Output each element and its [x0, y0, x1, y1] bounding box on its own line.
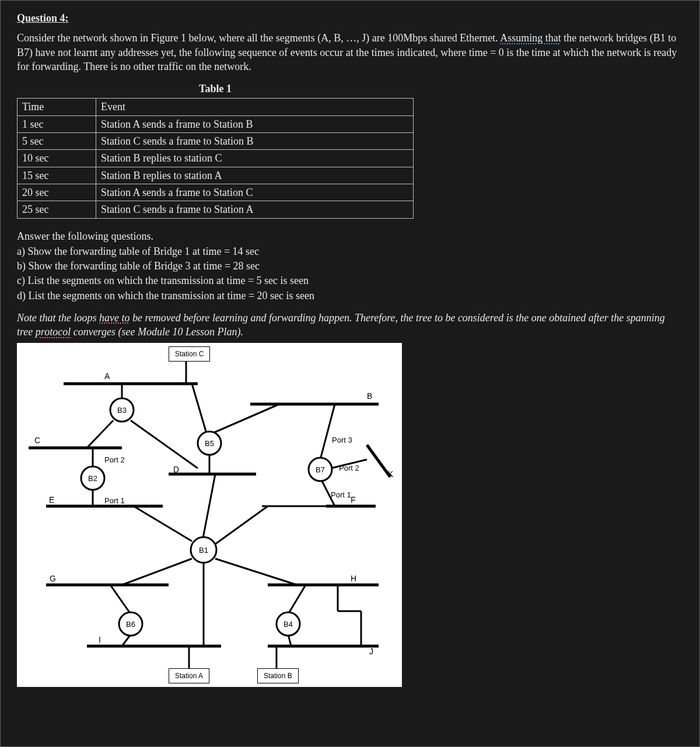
question-title: Question 4: [17, 11, 683, 25]
th-time: Time [18, 99, 96, 115]
note-have: have to [99, 312, 130, 324]
cell-event: Station A sends a frame to Station B [96, 115, 414, 132]
b1-label: B1 [199, 545, 208, 556]
svg-line-20 [134, 506, 192, 541]
b4-label: B4 [284, 619, 293, 630]
table-row: 5 secStation C sends a frame to Station … [18, 133, 414, 150]
cell-event: Station B replies to station A [96, 167, 414, 184]
seg-d: D [173, 464, 179, 475]
b5-label: B5 [205, 439, 214, 449]
table-row: 25 secStation C sends a frame to Station… [18, 201, 414, 218]
part-a: a) Show the forwarding table of Bridge 1… [17, 244, 683, 258]
station-c-box: Station C [169, 346, 210, 362]
cell-time: 20 sec [18, 184, 96, 201]
seg-k: K [388, 469, 393, 480]
seg-c: C [34, 435, 40, 446]
cell-event: Station B replies to station C [96, 150, 414, 167]
intro-text-1: Consider the network shown in Figure 1 b… [17, 32, 500, 44]
table-row: 20 secStation A sends a frame to Station… [18, 184, 414, 201]
seg-g: G [50, 573, 56, 584]
table-header-row: Time Event [18, 99, 414, 115]
svg-line-22 [215, 506, 268, 544]
table-row: 15 secStation B replies to station A [18, 167, 414, 184]
svg-line-24 [215, 559, 297, 585]
svg-line-21 [202, 474, 215, 541]
cell-time: 1 sec [18, 115, 96, 132]
svg-line-15 [192, 384, 206, 433]
table-row: 1 secStation A sends a frame to Station … [18, 115, 414, 132]
cell-event: Station C sends a frame to Station A [96, 201, 414, 218]
svg-line-14 [131, 420, 198, 468]
note-proto: protocol [36, 326, 71, 338]
b2-port1: Port 1 [104, 496, 125, 506]
cell-time: 5 sec [18, 133, 96, 150]
cell-event: Station A sends a frame to Station C [96, 184, 414, 201]
b7-port1: Port 1 [331, 490, 351, 500]
b7-port3: Port 3 [332, 435, 352, 446]
cell-time: 15 sec [18, 167, 96, 184]
svg-line-13 [87, 420, 113, 448]
cell-time: 10 sec [18, 150, 96, 167]
cell-event: Station C sends a frame to Station B [96, 133, 414, 150]
note-3: converges (see Module 10 Lesson Plan). [71, 326, 243, 338]
b3-label: B3 [117, 405, 127, 416]
seg-b: B [367, 391, 372, 402]
part-b: b) Show the forwarding table of Bridge 3… [17, 259, 683, 273]
b2-port2: Port 2 [104, 455, 125, 465]
seg-e: E [49, 495, 54, 506]
svg-line-16 [212, 404, 279, 433]
part-d: d) List the segments on which the transm… [17, 289, 683, 303]
station-a-box: Station A [169, 668, 209, 683]
answer-lead: Answer the following questions. [17, 229, 683, 243]
station-b-box: Station B [257, 668, 299, 683]
svg-line-6 [367, 445, 390, 477]
cell-time: 25 sec [18, 201, 96, 218]
svg-line-30 [110, 585, 131, 614]
part-c: c) List the segments on which the transm… [17, 273, 683, 287]
b7-port2: Port 2 [339, 463, 359, 474]
question-note: Note that the loops have to be removed b… [17, 311, 683, 339]
table-caption: Table 1 [17, 82, 414, 96]
b6-label: B6 [126, 619, 135, 630]
svg-line-23 [122, 559, 192, 585]
b7-label: B7 [316, 465, 325, 475]
seg-h: H [351, 573, 356, 584]
question-parts: a) Show the forwarding table of Bridge 1… [17, 244, 683, 303]
seg-i: I [99, 634, 101, 646]
table-row: 10 secStation B replies to station C [18, 150, 414, 167]
intro-assuming: Assuming that [500, 32, 561, 44]
event-table: Time Event 1 secStation A sends a frame … [17, 98, 414, 218]
seg-a: A [104, 371, 110, 382]
b2-label: B2 [88, 474, 97, 484]
note-1: Note that the loops [17, 312, 99, 324]
svg-line-32 [288, 585, 306, 614]
network-figure: Station C Station A Station B B3 B5 B2 B… [17, 343, 402, 687]
question-intro: Consider the network shown in Figure 1 b… [17, 31, 683, 73]
svg-line-27 [320, 404, 335, 460]
seg-j: J [369, 646, 373, 657]
seg-f: F [351, 495, 356, 506]
th-event: Event [96, 99, 414, 115]
